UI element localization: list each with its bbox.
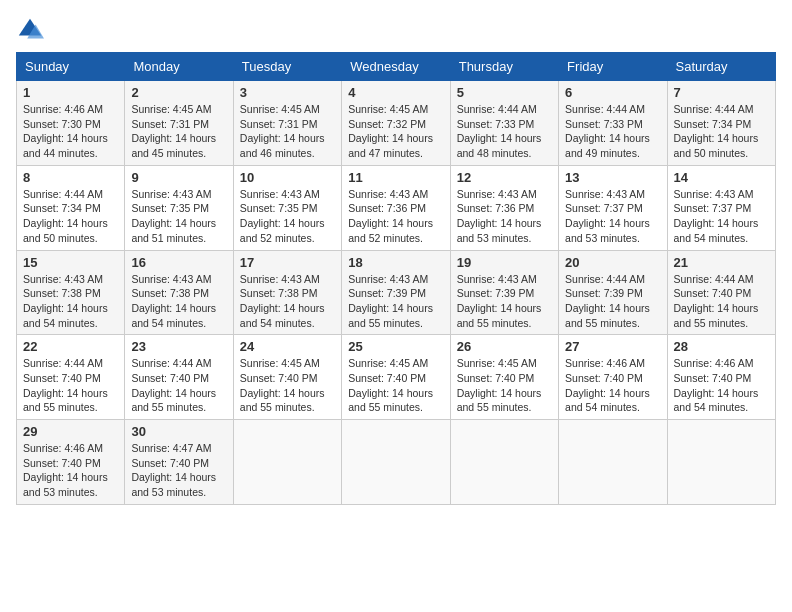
calendar-cell: 16 Sunrise: 4:43 AMSunset: 7:38 PMDaylig… — [125, 250, 233, 335]
calendar-cell: 23 Sunrise: 4:44 AMSunset: 7:40 PMDaylig… — [125, 335, 233, 420]
day-number: 22 — [23, 339, 118, 354]
logo-icon — [16, 16, 44, 44]
calendar-cell: 27 Sunrise: 4:46 AMSunset: 7:40 PMDaylig… — [559, 335, 667, 420]
day-number: 27 — [565, 339, 660, 354]
day-number: 30 — [131, 424, 226, 439]
calendar-week-2: 8 Sunrise: 4:44 AMSunset: 7:34 PMDayligh… — [17, 165, 776, 250]
day-info: Sunrise: 4:44 AMSunset: 7:34 PMDaylight:… — [23, 188, 108, 244]
day-info: Sunrise: 4:43 AMSunset: 7:36 PMDaylight:… — [457, 188, 542, 244]
day-number: 23 — [131, 339, 226, 354]
day-number: 7 — [674, 85, 769, 100]
calendar-cell: 22 Sunrise: 4:44 AMSunset: 7:40 PMDaylig… — [17, 335, 125, 420]
day-info: Sunrise: 4:46 AMSunset: 7:40 PMDaylight:… — [565, 357, 650, 413]
calendar-week-4: 22 Sunrise: 4:44 AMSunset: 7:40 PMDaylig… — [17, 335, 776, 420]
calendar-cell: 18 Sunrise: 4:43 AMSunset: 7:39 PMDaylig… — [342, 250, 450, 335]
day-info: Sunrise: 4:43 AMSunset: 7:35 PMDaylight:… — [131, 188, 216, 244]
day-info: Sunrise: 4:43 AMSunset: 7:36 PMDaylight:… — [348, 188, 433, 244]
column-header-tuesday: Tuesday — [233, 53, 341, 81]
day-info: Sunrise: 4:46 AMSunset: 7:40 PMDaylight:… — [674, 357, 759, 413]
day-number: 5 — [457, 85, 552, 100]
calendar-cell — [667, 420, 775, 505]
calendar-cell: 6 Sunrise: 4:44 AMSunset: 7:33 PMDayligh… — [559, 81, 667, 166]
day-info: Sunrise: 4:45 AMSunset: 7:32 PMDaylight:… — [348, 103, 433, 159]
day-number: 13 — [565, 170, 660, 185]
day-number: 4 — [348, 85, 443, 100]
day-number: 19 — [457, 255, 552, 270]
day-number: 16 — [131, 255, 226, 270]
day-info: Sunrise: 4:44 AMSunset: 7:40 PMDaylight:… — [131, 357, 216, 413]
day-info: Sunrise: 4:44 AMSunset: 7:33 PMDaylight:… — [565, 103, 650, 159]
calendar-cell — [233, 420, 341, 505]
calendar-cell: 20 Sunrise: 4:44 AMSunset: 7:39 PMDaylig… — [559, 250, 667, 335]
calendar-week-1: 1 Sunrise: 4:46 AMSunset: 7:30 PMDayligh… — [17, 81, 776, 166]
calendar-cell: 12 Sunrise: 4:43 AMSunset: 7:36 PMDaylig… — [450, 165, 558, 250]
day-number: 8 — [23, 170, 118, 185]
calendar-cell — [450, 420, 558, 505]
day-number: 10 — [240, 170, 335, 185]
page-header — [16, 16, 776, 44]
day-number: 26 — [457, 339, 552, 354]
calendar-cell: 24 Sunrise: 4:45 AMSunset: 7:40 PMDaylig… — [233, 335, 341, 420]
day-info: Sunrise: 4:43 AMSunset: 7:38 PMDaylight:… — [240, 273, 325, 329]
day-info: Sunrise: 4:44 AMSunset: 7:39 PMDaylight:… — [565, 273, 650, 329]
day-info: Sunrise: 4:43 AMSunset: 7:37 PMDaylight:… — [565, 188, 650, 244]
day-number: 28 — [674, 339, 769, 354]
day-info: Sunrise: 4:47 AMSunset: 7:40 PMDaylight:… — [131, 442, 216, 498]
calendar-cell: 2 Sunrise: 4:45 AMSunset: 7:31 PMDayligh… — [125, 81, 233, 166]
day-info: Sunrise: 4:43 AMSunset: 7:39 PMDaylight:… — [457, 273, 542, 329]
day-number: 24 — [240, 339, 335, 354]
calendar-week-3: 15 Sunrise: 4:43 AMSunset: 7:38 PMDaylig… — [17, 250, 776, 335]
day-info: Sunrise: 4:44 AMSunset: 7:40 PMDaylight:… — [674, 273, 759, 329]
day-number: 15 — [23, 255, 118, 270]
day-info: Sunrise: 4:45 AMSunset: 7:40 PMDaylight:… — [348, 357, 433, 413]
day-number: 29 — [23, 424, 118, 439]
calendar-cell — [342, 420, 450, 505]
column-header-monday: Monday — [125, 53, 233, 81]
day-number: 18 — [348, 255, 443, 270]
day-number: 21 — [674, 255, 769, 270]
calendar-cell: 28 Sunrise: 4:46 AMSunset: 7:40 PMDaylig… — [667, 335, 775, 420]
column-header-wednesday: Wednesday — [342, 53, 450, 81]
day-number: 3 — [240, 85, 335, 100]
day-number: 11 — [348, 170, 443, 185]
day-info: Sunrise: 4:43 AMSunset: 7:37 PMDaylight:… — [674, 188, 759, 244]
day-number: 12 — [457, 170, 552, 185]
calendar-cell: 25 Sunrise: 4:45 AMSunset: 7:40 PMDaylig… — [342, 335, 450, 420]
day-info: Sunrise: 4:44 AMSunset: 7:34 PMDaylight:… — [674, 103, 759, 159]
day-info: Sunrise: 4:46 AMSunset: 7:30 PMDaylight:… — [23, 103, 108, 159]
calendar-cell: 10 Sunrise: 4:43 AMSunset: 7:35 PMDaylig… — [233, 165, 341, 250]
calendar-cell: 1 Sunrise: 4:46 AMSunset: 7:30 PMDayligh… — [17, 81, 125, 166]
calendar-cell: 15 Sunrise: 4:43 AMSunset: 7:38 PMDaylig… — [17, 250, 125, 335]
calendar-cell: 21 Sunrise: 4:44 AMSunset: 7:40 PMDaylig… — [667, 250, 775, 335]
day-info: Sunrise: 4:45 AMSunset: 7:40 PMDaylight:… — [240, 357, 325, 413]
column-header-thursday: Thursday — [450, 53, 558, 81]
day-number: 6 — [565, 85, 660, 100]
day-number: 1 — [23, 85, 118, 100]
column-header-sunday: Sunday — [17, 53, 125, 81]
day-number: 14 — [674, 170, 769, 185]
day-info: Sunrise: 4:43 AMSunset: 7:38 PMDaylight:… — [131, 273, 216, 329]
calendar-cell: 7 Sunrise: 4:44 AMSunset: 7:34 PMDayligh… — [667, 81, 775, 166]
calendar-week-5: 29 Sunrise: 4:46 AMSunset: 7:40 PMDaylig… — [17, 420, 776, 505]
day-info: Sunrise: 4:46 AMSunset: 7:40 PMDaylight:… — [23, 442, 108, 498]
calendar-cell: 5 Sunrise: 4:44 AMSunset: 7:33 PMDayligh… — [450, 81, 558, 166]
day-number: 2 — [131, 85, 226, 100]
logo — [16, 16, 48, 44]
calendar-cell: 19 Sunrise: 4:43 AMSunset: 7:39 PMDaylig… — [450, 250, 558, 335]
day-number: 17 — [240, 255, 335, 270]
day-info: Sunrise: 4:45 AMSunset: 7:31 PMDaylight:… — [131, 103, 216, 159]
calendar-cell: 13 Sunrise: 4:43 AMSunset: 7:37 PMDaylig… — [559, 165, 667, 250]
day-number: 20 — [565, 255, 660, 270]
calendar-cell: 29 Sunrise: 4:46 AMSunset: 7:40 PMDaylig… — [17, 420, 125, 505]
day-info: Sunrise: 4:43 AMSunset: 7:38 PMDaylight:… — [23, 273, 108, 329]
day-number: 9 — [131, 170, 226, 185]
day-info: Sunrise: 4:43 AMSunset: 7:35 PMDaylight:… — [240, 188, 325, 244]
column-header-saturday: Saturday — [667, 53, 775, 81]
calendar-cell — [559, 420, 667, 505]
calendar-cell: 26 Sunrise: 4:45 AMSunset: 7:40 PMDaylig… — [450, 335, 558, 420]
day-info: Sunrise: 4:44 AMSunset: 7:40 PMDaylight:… — [23, 357, 108, 413]
calendar-cell: 3 Sunrise: 4:45 AMSunset: 7:31 PMDayligh… — [233, 81, 341, 166]
day-number: 25 — [348, 339, 443, 354]
calendar-cell: 8 Sunrise: 4:44 AMSunset: 7:34 PMDayligh… — [17, 165, 125, 250]
column-header-friday: Friday — [559, 53, 667, 81]
